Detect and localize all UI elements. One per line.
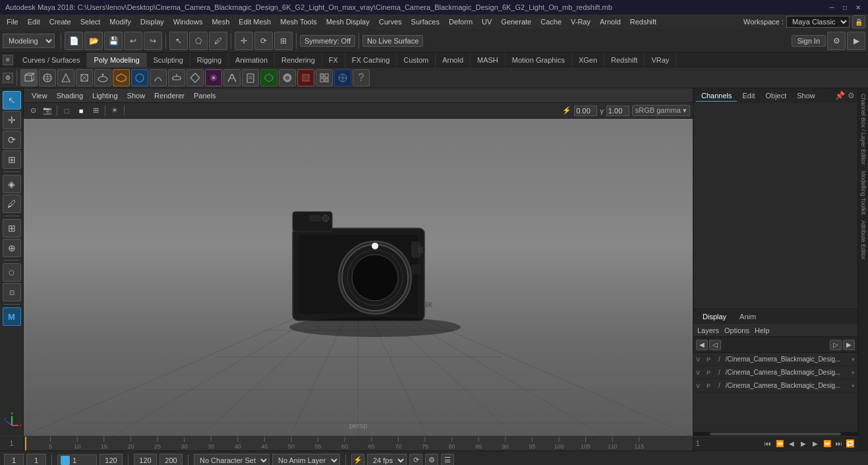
tab-edit-channels[interactable]: Edit bbox=[737, 90, 760, 102]
menu-mesh-tools[interactable]: Mesh Tools bbox=[276, 16, 320, 27]
layer-vis-3[interactable]: V bbox=[696, 383, 704, 389]
menu-generate[interactable]: Generate bbox=[497, 16, 535, 27]
pb-play-btn[interactable]: ▶ bbox=[798, 439, 809, 449]
render-btn[interactable]: ▶ bbox=[847, 32, 865, 50]
layer-vis-1[interactable]: V bbox=[696, 356, 704, 363]
tab-rendering[interactable]: Rendering bbox=[275, 53, 322, 67]
scale-tool-btn[interactable]: ⊞ bbox=[274, 32, 293, 50]
workspace-dropdown[interactable]: Maya Classic General bbox=[786, 16, 850, 28]
layer-next-btn[interactable]: ▷ bbox=[830, 340, 842, 350]
tab-rigging[interactable]: Rigging bbox=[190, 53, 229, 67]
fps-dropdown[interactable]: 24 fps 25 fps 30 fps bbox=[367, 454, 407, 466]
menu-vray[interactable]: V-Ray bbox=[567, 16, 594, 27]
sign-in-btn[interactable]: Sign In bbox=[792, 35, 826, 47]
tab-mash[interactable]: MASH bbox=[471, 53, 506, 67]
shelf-gear-icon[interactable]: ⚙ bbox=[3, 73, 13, 83]
vp-menu-view[interactable]: View bbox=[28, 90, 51, 101]
lasso-select-btn[interactable]: ⬠ bbox=[189, 32, 208, 50]
move-tool-left-btn[interactable]: ✛ bbox=[3, 111, 21, 129]
shelf-icon-14[interactable] bbox=[260, 69, 277, 86]
menu-deform[interactable]: Deform bbox=[445, 16, 477, 27]
vp-lighting-mode[interactable]: ☀ bbox=[108, 105, 121, 117]
menu-modify[interactable]: Modify bbox=[105, 16, 134, 27]
viewport-canvas[interactable]: 6K persp bbox=[24, 119, 693, 436]
layer-prev-btn-2[interactable]: ◁ bbox=[709, 340, 721, 350]
channel-box-pin-icon[interactable]: 📌 bbox=[835, 91, 845, 100]
menu-file[interactable]: File bbox=[3, 16, 22, 27]
open-file-btn[interactable]: 📂 bbox=[84, 32, 103, 50]
vp-texture[interactable]: ⊞ bbox=[89, 105, 102, 117]
new-file-btn[interactable]: 📄 bbox=[65, 32, 83, 50]
tab-arnold[interactable]: Arnold bbox=[436, 53, 471, 67]
layer-prev-btn[interactable]: ◀ bbox=[696, 340, 708, 350]
layer-name-1[interactable]: /Cinema_Camera_Blackmagic_Desig... bbox=[726, 356, 849, 363]
tab-custom[interactable]: Custom bbox=[397, 53, 436, 67]
auto-key-btn[interactable]: ⚡ bbox=[351, 454, 364, 466]
save-file-btn[interactable]: 💾 bbox=[104, 32, 123, 50]
shelf-icon-7[interactable] bbox=[131, 69, 148, 86]
tab-vray[interactable]: VRay bbox=[645, 53, 676, 67]
exposure-input[interactable] bbox=[574, 106, 597, 116]
color-space-btn[interactable]: sRGB gamma ▾ bbox=[632, 105, 690, 116]
vp-wireframe[interactable]: □ bbox=[60, 105, 73, 117]
paint-select-btn[interactable]: 🖊 bbox=[209, 32, 227, 50]
pb-next-key-btn[interactable]: ⏩ bbox=[822, 439, 832, 449]
frame-end-left-input[interactable] bbox=[134, 454, 157, 466]
tab-curves-surfaces[interactable]: Curves / Surfaces bbox=[16, 53, 87, 67]
shelf-icon-2[interactable] bbox=[39, 69, 56, 86]
component-select-btn[interactable]: ◈ bbox=[3, 175, 21, 193]
tab-animation[interactable]: Animation bbox=[229, 53, 275, 67]
layer-render-3[interactable]: P bbox=[707, 383, 716, 389]
shelf-icon-3[interactable] bbox=[57, 69, 74, 86]
pb-prev-key-btn[interactable]: ⏪ bbox=[774, 439, 785, 449]
menu-surfaces[interactable]: Surfaces bbox=[407, 16, 444, 27]
module-tabs-menu-btn[interactable]: ≡ bbox=[3, 55, 13, 65]
vp-cam-tools[interactable]: 📷 bbox=[41, 105, 54, 117]
tab-channels[interactable]: Channels bbox=[696, 90, 737, 102]
more-btn[interactable]: ☰ bbox=[441, 454, 454, 466]
tab-sculpting[interactable]: Sculpting bbox=[147, 53, 190, 67]
shelf-icon-18[interactable] bbox=[334, 69, 351, 86]
menu-display[interactable]: Display bbox=[136, 16, 168, 27]
shelf-icon-19[interactable]: ? bbox=[353, 69, 370, 86]
shelf-icon-13[interactable] bbox=[242, 69, 259, 86]
tab-poly-modeling[interactable]: Poly Modeling bbox=[87, 53, 146, 67]
minimize-button[interactable]: ─ bbox=[827, 3, 836, 12]
shelf-icon-8[interactable] bbox=[150, 69, 167, 86]
tab-object[interactable]: Object bbox=[760, 90, 792, 102]
move-tool-btn[interactable]: ✛ bbox=[235, 32, 253, 50]
pb-end-btn[interactable]: ⏭ bbox=[834, 439, 844, 449]
workspace-lock-icon[interactable]: 🔒 bbox=[852, 15, 865, 28]
frame-current-input[interactable] bbox=[26, 454, 46, 466]
gamma-input[interactable] bbox=[606, 106, 629, 116]
menu-arnold[interactable]: Arnold bbox=[596, 16, 625, 27]
vp-menu-panels[interactable]: Panels bbox=[190, 90, 220, 101]
vp-menu-lighting[interactable]: Lighting bbox=[88, 90, 122, 101]
layer-name-3[interactable]: /Cinema_Camera_Blackmagic_Desig... bbox=[726, 382, 849, 389]
tab-display[interactable]: Display bbox=[696, 311, 733, 322]
menu-windows[interactable]: Windows bbox=[169, 16, 207, 27]
tab-motion-graphics[interactable]: Motion Graphics bbox=[506, 53, 572, 67]
tab-show[interactable]: Show bbox=[792, 90, 821, 102]
undo-btn[interactable]: ↩ bbox=[124, 32, 142, 50]
menu-curves[interactable]: Curves bbox=[375, 16, 406, 27]
select-tool-btn[interactable]: ↖ bbox=[169, 32, 188, 50]
shelf-icon-16[interactable] bbox=[297, 69, 314, 86]
snap-grid-btn[interactable]: ⊞ bbox=[3, 219, 21, 237]
layer-next-btn-2[interactable]: ▶ bbox=[843, 340, 855, 350]
menu-redshift[interactable]: Redshift bbox=[626, 16, 660, 27]
frame-start-input[interactable] bbox=[4, 454, 24, 466]
menu-mesh-display[interactable]: Mesh Display bbox=[322, 16, 374, 27]
maximize-button[interactable]: □ bbox=[840, 3, 850, 12]
vp-menu-show[interactable]: Show bbox=[123, 90, 150, 101]
layer-render-2[interactable]: P bbox=[707, 369, 716, 376]
rotate-tool-btn[interactable]: ⟳ bbox=[254, 32, 273, 50]
frame-range-end-input[interactable] bbox=[100, 454, 123, 466]
menu-select[interactable]: Select bbox=[76, 16, 105, 27]
frame-all-btn[interactable]: ⬡ bbox=[3, 263, 21, 282]
shelf-icon-11[interactable] bbox=[205, 69, 222, 86]
menu-cache[interactable]: Cache bbox=[536, 16, 565, 27]
pb-prev-frame-btn[interactable]: ◀ bbox=[786, 439, 797, 449]
options-option[interactable]: Options bbox=[724, 326, 749, 334]
pb-loop-btn[interactable]: 🔁 bbox=[846, 439, 855, 448]
